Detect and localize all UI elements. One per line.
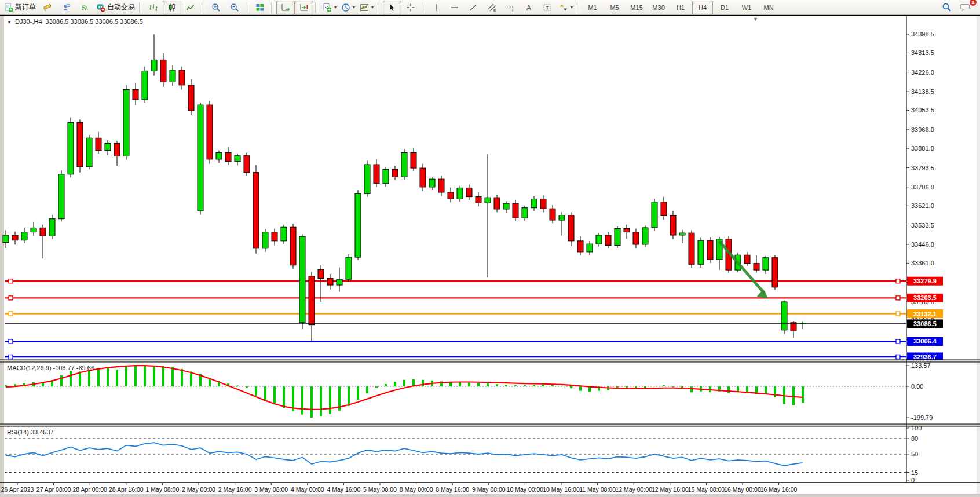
hline-handle[interactable] xyxy=(896,339,900,343)
clock-icon xyxy=(341,3,350,12)
crosshair-button[interactable] xyxy=(401,1,420,14)
hline-handle[interactable] xyxy=(896,296,900,300)
svg-text:34053.5: 34053.5 xyxy=(911,107,934,114)
timeframe-button-M30[interactable]: M30 xyxy=(648,1,669,14)
zoom-in-icon xyxy=(211,3,221,12)
svg-text:3 May 08:00: 3 May 08:00 xyxy=(254,486,288,493)
timeframe-button-M15[interactable]: M15 xyxy=(626,1,647,14)
hline-handle[interactable] xyxy=(896,279,900,283)
autoscroll-button[interactable] xyxy=(276,1,295,14)
bar-chart-button[interactable] xyxy=(144,1,163,14)
periods-button[interactable]: ▾ xyxy=(339,1,357,14)
channel-icon: E xyxy=(487,3,496,12)
indicators-button[interactable]: ▾ xyxy=(320,1,339,14)
svg-text:12 May 00:00: 12 May 00:00 xyxy=(615,486,652,493)
svg-text:T: T xyxy=(546,5,549,10)
fibonacci-button[interactable]: F xyxy=(501,1,520,14)
vertical-line-button[interactable] xyxy=(427,1,445,14)
zoom-out-icon xyxy=(230,3,239,12)
svg-text:33881.0: 33881.0 xyxy=(911,145,934,152)
market-button[interactable] xyxy=(38,1,57,14)
new-order-icon xyxy=(4,3,13,12)
toolbar: 新订单 自动交易 xyxy=(0,0,980,15)
tile-windows-icon xyxy=(255,3,265,12)
new-order-button[interactable]: 新订单 xyxy=(2,1,38,14)
arrows-button[interactable]: ▾ xyxy=(557,1,575,14)
periods-caret-icon: ▾ xyxy=(353,5,355,10)
svg-text:11 May 08:00: 11 May 08:00 xyxy=(579,486,616,493)
timeframe-button-W1[interactable]: W1 xyxy=(736,1,757,14)
svg-text:33621.0: 33621.0 xyxy=(911,202,934,209)
hline-handle[interactable] xyxy=(9,279,13,283)
search-button[interactable] xyxy=(937,1,956,14)
svg-text:33279.9: 33279.9 xyxy=(913,277,937,284)
trendline-button[interactable] xyxy=(464,1,482,14)
price-label-33006.4: 33006.4 xyxy=(907,337,943,346)
signals-button[interactable] xyxy=(75,1,94,14)
autotrading-icon xyxy=(96,3,105,12)
zoom-out-button[interactable] xyxy=(225,1,244,14)
hline-handle[interactable] xyxy=(896,355,900,359)
search-icon xyxy=(942,2,952,12)
text-icon: A xyxy=(524,3,533,12)
svg-text:33533.5: 33533.5 xyxy=(911,222,934,229)
megaphone-icon xyxy=(43,3,52,12)
timeframe-button-M1[interactable]: M1 xyxy=(582,1,603,14)
community-icon xyxy=(61,3,71,12)
cursor-button[interactable] xyxy=(383,1,401,14)
mt4-window: 新订单 自动交易 xyxy=(0,0,980,497)
candlestick-chart-button[interactable] xyxy=(163,1,181,14)
chart-shift-marker-icon[interactable]: ▼ xyxy=(753,16,758,22)
trendline-icon xyxy=(469,3,478,12)
svg-text:8 May 16:00: 8 May 16:00 xyxy=(436,486,469,493)
community-button[interactable] xyxy=(57,1,75,14)
timeframe-button-M5[interactable]: M5 xyxy=(604,1,625,14)
svg-text:80: 80 xyxy=(911,435,918,442)
chart-title: DJ30-,H4 33086.5 33086.5 33086.5 33086.5 xyxy=(15,18,143,25)
notifications-button[interactable]: 1 xyxy=(956,1,974,14)
svg-text:15 May 08:00: 15 May 08:00 xyxy=(688,486,725,493)
svg-text:16 May 00:00: 16 May 00:00 xyxy=(724,486,761,493)
vertical-line-icon xyxy=(432,3,441,12)
svg-text:33132.1: 33132.1 xyxy=(913,310,937,317)
svg-text:12 May 16:00: 12 May 16:00 xyxy=(652,486,689,493)
svg-text:33203.5: 33203.5 xyxy=(913,294,937,301)
price-label-33132.1: 33132.1 xyxy=(907,309,943,318)
indicators-icon xyxy=(323,3,332,12)
text-button[interactable]: A xyxy=(520,1,538,14)
equidistant-channel-button[interactable]: E xyxy=(482,1,501,14)
svg-text:34313.5: 34313.5 xyxy=(911,49,934,56)
hline-handle[interactable] xyxy=(9,312,13,316)
text-label-button[interactable]: T xyxy=(538,1,557,14)
price-label-33279.9: 33279.9 xyxy=(907,277,943,286)
hline-handle[interactable] xyxy=(896,312,900,316)
svg-text:33006.4: 33006.4 xyxy=(913,338,937,345)
chart-title-row: ▼ DJ30-,H4 33086.5 33086.5 33086.5 33086… xyxy=(7,18,143,25)
autotrading-label: 自动交易 xyxy=(107,2,135,12)
timeframe-button-MN[interactable]: MN xyxy=(758,1,779,14)
hline-handle[interactable] xyxy=(9,339,13,343)
svg-text:33446.0: 33446.0 xyxy=(911,241,934,248)
horizontal-line-icon xyxy=(450,3,459,12)
horizontal-line-button[interactable] xyxy=(445,1,464,14)
line-chart-button[interactable] xyxy=(181,1,200,14)
svg-text:9 May 08:00: 9 May 08:00 xyxy=(472,486,506,493)
templates-button[interactable]: ▾ xyxy=(357,1,376,14)
svg-text:F: F xyxy=(512,8,514,12)
notification-badge: 1 xyxy=(970,0,977,6)
zoom-in-button[interactable] xyxy=(207,1,225,14)
tile-windows-button[interactable] xyxy=(251,1,269,14)
autotrading-button[interactable]: 自动交易 xyxy=(94,1,137,14)
timeframe-button-D1[interactable]: D1 xyxy=(714,1,735,14)
indicators-caret-icon: ▾ xyxy=(334,5,337,10)
autoscroll-icon xyxy=(281,3,290,12)
timeframe-button-H1[interactable]: H1 xyxy=(670,1,691,14)
cursor-icon xyxy=(387,3,397,12)
hline-handle[interactable] xyxy=(9,296,13,300)
hline-handle[interactable] xyxy=(9,355,13,359)
collapse-arrow-icon[interactable]: ▼ xyxy=(7,20,12,25)
crosshair-icon xyxy=(406,3,415,12)
timeframe-button-H4[interactable]: H4 xyxy=(692,1,713,14)
chart-shift-button[interactable] xyxy=(295,1,313,14)
svg-text:33086.5: 33086.5 xyxy=(913,320,937,327)
